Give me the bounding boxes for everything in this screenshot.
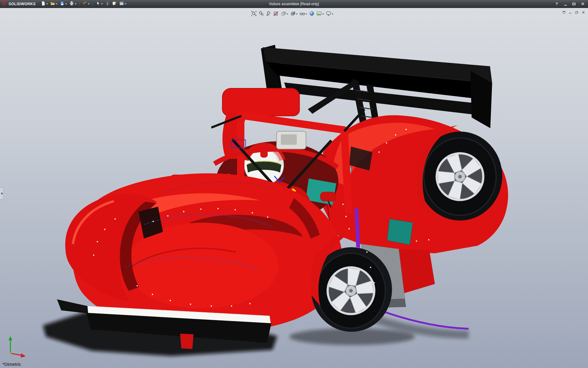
view-orientation-label: *Dimetric xyxy=(2,362,21,367)
print-button[interactable] xyxy=(69,1,77,7)
open-dropdown-caret[interactable] xyxy=(56,3,58,5)
view-orientation-cube-icon xyxy=(281,11,286,17)
undo-arrow-icon xyxy=(82,1,87,7)
options-grid-icon xyxy=(119,1,124,7)
display-style-icon xyxy=(290,11,296,17)
zoom-to-area-icon xyxy=(258,11,264,17)
maximize-icon xyxy=(572,3,575,5)
window-controls: ? xyxy=(553,1,586,7)
heads-up-view-toolbar xyxy=(251,10,334,18)
undo-dropdown-caret[interactable] xyxy=(88,3,90,5)
model-canvas[interactable] xyxy=(0,8,588,368)
save-button[interactable] xyxy=(59,1,68,7)
select-button[interactable] xyxy=(95,1,104,7)
zoom-to-area-button[interactable] xyxy=(258,10,265,18)
edit-sheet-icon xyxy=(112,1,117,7)
edit-sheet-button[interactable] xyxy=(111,1,118,7)
orientation-triad xyxy=(6,335,28,360)
view-settings-icon xyxy=(326,11,331,17)
previous-view-icon xyxy=(266,11,271,17)
featuremanager-flyout-handle[interactable] xyxy=(0,187,4,200)
new-document-icon xyxy=(41,1,46,7)
toolbar-separator xyxy=(79,2,80,6)
doc-restore-button[interactable] xyxy=(574,10,579,14)
section-view-button[interactable] xyxy=(273,10,279,18)
previous-view-button[interactable] xyxy=(265,10,272,18)
zoom-to-fit-button[interactable] xyxy=(251,10,257,18)
section-view-icon xyxy=(273,11,279,17)
apply-scene-icon xyxy=(316,11,322,17)
color-swatch-button[interactable] xyxy=(104,1,111,7)
apply-scene-button[interactable] xyxy=(316,10,325,18)
options-button[interactable] xyxy=(119,1,127,7)
edit-appearance-button[interactable] xyxy=(308,10,315,18)
eyeglasses-icon xyxy=(300,11,305,17)
doc-minimize-button[interactable] xyxy=(568,10,573,14)
minimize-button[interactable] xyxy=(562,1,569,7)
options-dropdown-caret[interactable] xyxy=(125,3,126,5)
color-swatch-icon xyxy=(105,1,110,7)
solidworks-window: SOLIDWORKS xyxy=(0,0,588,368)
doc-minimize-icon xyxy=(569,13,571,13)
maximize-button[interactable] xyxy=(570,1,578,7)
new-document-button[interactable] xyxy=(40,1,49,7)
zoom-to-fit-icon xyxy=(251,11,257,17)
title-bar: SOLIDWORKS xyxy=(0,0,588,8)
right-mirror[interactable] xyxy=(320,192,336,201)
triad-x-axis xyxy=(10,353,22,355)
window-menu-button[interactable] xyxy=(561,10,566,14)
collapse-arrow-icon xyxy=(1,192,2,195)
appearance-ball-icon xyxy=(309,11,315,17)
open-button[interactable] xyxy=(50,1,58,7)
hide-show-caret[interactable] xyxy=(305,13,307,15)
window-menu-icon xyxy=(563,11,565,13)
view-settings-button[interactable] xyxy=(325,10,334,18)
save-dropdown-caret[interactable] xyxy=(65,3,67,5)
open-folder-icon xyxy=(50,1,55,7)
minimize-icon xyxy=(564,5,567,6)
select-cursor-icon xyxy=(96,1,100,7)
doc-close-button[interactable] xyxy=(581,10,586,14)
view-orientation-button[interactable] xyxy=(280,10,289,18)
close-icon xyxy=(581,2,584,6)
close-button[interactable] xyxy=(579,1,586,7)
view-orientation-caret[interactable] xyxy=(286,13,288,15)
print-dropdown-caret[interactable] xyxy=(75,3,77,5)
graphics-area[interactable]: *Dimetric xyxy=(0,8,588,368)
help-button[interactable]: ? xyxy=(553,1,560,7)
print-icon xyxy=(69,1,74,7)
document-window-controls xyxy=(561,10,586,14)
hide-show-items-button[interactable] xyxy=(299,10,308,18)
save-floppy-icon xyxy=(60,1,65,7)
front-bodywork[interactable] xyxy=(57,173,342,349)
view-settings-caret[interactable] xyxy=(332,13,334,15)
select-dropdown-caret[interactable] xyxy=(101,3,103,5)
brand-text: SOLIDWORKS xyxy=(9,2,36,6)
rear-right-wheel[interactable] xyxy=(424,138,496,215)
front-right-wheel[interactable] xyxy=(317,253,385,328)
display-style-button[interactable] xyxy=(289,10,298,18)
new-dropdown-caret[interactable] xyxy=(46,3,48,5)
solidworks-mark-icon xyxy=(2,1,7,7)
undo-button[interactable] xyxy=(82,1,90,7)
apply-scene-caret[interactable] xyxy=(322,13,324,15)
doc-close-icon xyxy=(582,11,585,14)
doc-restore-icon xyxy=(575,11,578,14)
solidworks-logo: SOLIDWORKS xyxy=(2,1,36,7)
main-toolbar xyxy=(40,1,127,7)
toolbar-separator xyxy=(92,2,93,6)
display-style-caret[interactable] xyxy=(296,13,298,15)
